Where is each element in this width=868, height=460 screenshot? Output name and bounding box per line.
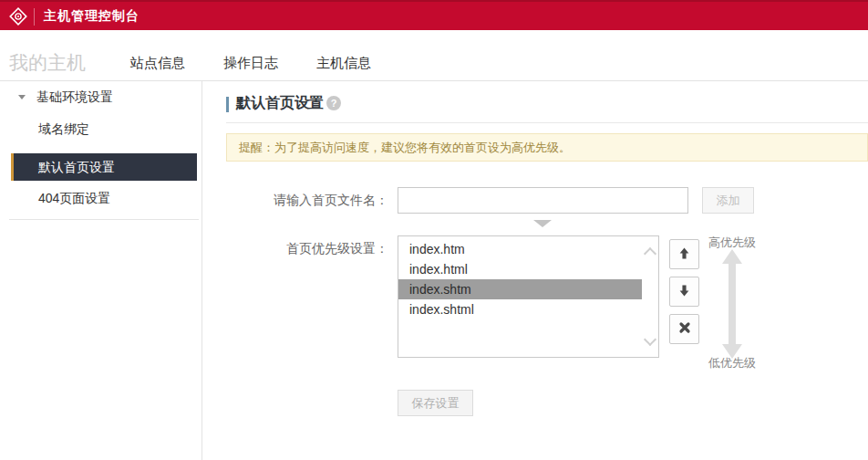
priority-listbox: index.htm index.html index.shtm index.sh… [398,235,659,358]
title-accent-stripe [226,97,229,112]
list-item[interactable]: index.shtml [398,299,642,319]
caret-down-icon [18,95,26,99]
sidebar-item-default-homepage[interactable]: 默认首页设置 [11,153,197,181]
scroll-up-icon[interactable] [644,247,656,260]
arrow-down-icon [677,284,691,300]
add-button[interactable]: 添加 [702,187,754,214]
sidebar-divider [9,219,199,220]
sidebar-item-domain-binding[interactable]: 域名绑定 [38,121,89,138]
main-content: 默认首页设置 ? 提醒：为了提高访问速度，建议您将有效的首页设为高优先级。 请输… [202,81,868,460]
sidebar-group-basic-env[interactable]: 基础环境设置 [18,89,113,106]
priority-list: index.htm index.html index.shtm index.sh… [398,239,642,319]
app-header: 主机管理控制台 [0,0,868,30]
help-icon[interactable]: ? [326,96,341,110]
flow-down-triangle-icon [533,220,552,227]
move-up-button[interactable] [669,239,699,269]
list-item[interactable]: index.htm [398,239,642,259]
nav-site-info[interactable]: 站点信息 [130,55,185,72]
list-item[interactable]: index.html [398,259,642,279]
app-title: 主机管理控制台 [44,2,140,30]
nav-operation-log[interactable]: 操作日志 [223,55,278,72]
notice-banner: 提醒：为了提高访问速度，建议您将有效的首页设为高优先级。 [226,133,868,162]
move-down-button[interactable] [669,277,699,307]
priority-label: 首页优先级设置： [226,241,388,257]
sidebar-group-label: 基础环境设置 [36,89,113,104]
page: 主机管理控制台 我的主机 站点信息 操作日志 主机信息 基础环境设置 域名绑定 … [0,0,868,460]
nav-my-host[interactable]: 我的主机 [9,50,86,76]
filename-input[interactable] [398,187,688,214]
page-title: 默认首页设置 [236,94,324,113]
sidebar-item-404-page[interactable]: 404页面设置 [38,191,110,207]
priority-double-arrow-icon [722,249,742,359]
scroll-down-icon[interactable] [644,333,656,346]
arrow-up-icon [677,246,691,263]
filename-label: 请输入首页文件名： [226,193,388,209]
low-priority-label: 低优先级 [708,355,756,371]
sidebar: 基础环境设置 域名绑定 默认首页设置 404页面设置 [0,81,202,460]
delete-button[interactable] [669,314,699,344]
list-scrollbar[interactable] [642,236,658,357]
title-divider [226,122,868,123]
logo-icon [8,6,28,26]
x-icon [678,321,691,337]
top-nav: 我的主机 站点信息 操作日志 主机信息 [0,30,868,81]
save-settings-button[interactable]: 保存设置 [398,390,473,416]
nav-host-info[interactable]: 主机信息 [316,55,371,72]
list-item-selected[interactable]: index.shtm [398,279,642,299]
header-divider [34,8,35,26]
